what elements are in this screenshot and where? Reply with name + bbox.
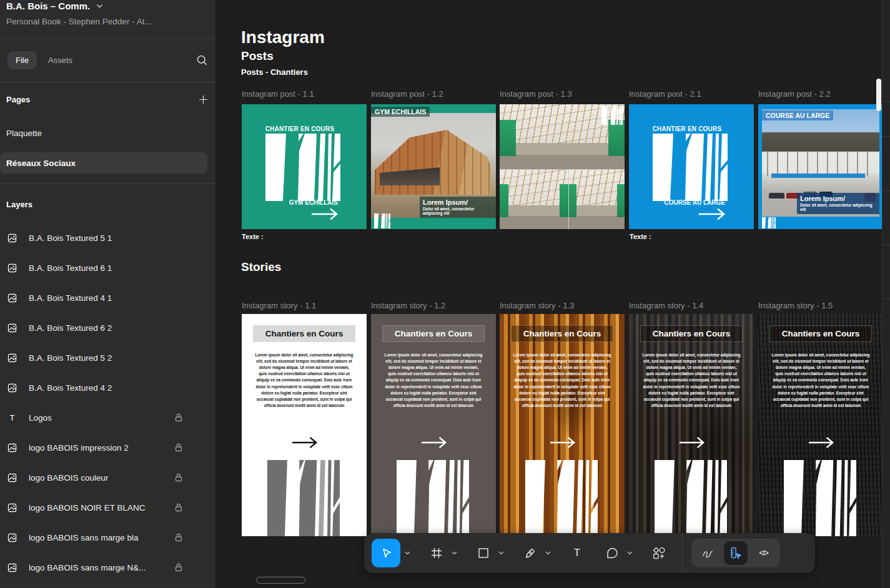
frame-name-story-1-3[interactable]: Instagram story - 1.3 [500, 301, 574, 310]
layer-row[interactable]: T Logos [0, 405, 215, 430]
document-title[interactable]: B.A. Bois – Comm. [6, 1, 90, 11]
actions-icon [651, 546, 666, 561]
story-body-text: Lorem ipsum dolor sit amet, consectetur … [384, 352, 483, 409]
search-icon[interactable] [196, 54, 208, 66]
document-subtitle: Personal Book - Stephen Pedder - At... [6, 17, 209, 26]
frame-instagram-post-2-1[interactable]: CHANTIER EN COURS COURSE AU LARGE [629, 104, 754, 229]
frame-instagram-story-1-3[interactable]: Chantiers en Cours Lorem ipsum dolor sit… [500, 314, 625, 536]
lock-icon[interactable] [175, 413, 182, 422]
chevron-down-icon[interactable] [96, 4, 103, 8]
layer-row[interactable]: logo BABOIS NOIR ET BLANC [0, 495, 215, 520]
left-sidebar: B.A. Bois – Comm. Personal Book - Stephe… [0, 0, 216, 588]
divider [0, 82, 215, 82]
image-layer-icon [7, 443, 17, 453]
frame-name-post-1-3[interactable]: Instagram post - 1.3 [500, 89, 572, 99]
texte-label[interactable]: Texte : [630, 233, 651, 240]
image-layer-icon [7, 473, 17, 483]
layer-row[interactable]: B.A. Bois Textured 6 2 [0, 315, 215, 340]
layer-row[interactable]: logo BABOIS impression 2 [0, 435, 215, 460]
lock-icon[interactable] [175, 443, 182, 452]
frame-name-post-2-2[interactable]: Instagram post - 2.2 [758, 89, 831, 99]
babois-logo [653, 134, 728, 201]
image-layer-icon [7, 533, 17, 542]
story-body-text: Lorem ipsum dolor sit amet, consectetur … [255, 352, 354, 409]
text-tool-button[interactable]: T [566, 542, 588, 564]
frame-tool-chevron[interactable] [449, 544, 459, 562]
shape-tool-chevron[interactable] [496, 544, 506, 562]
sidebar-page-plaquette[interactable]: Plaquette [0, 122, 207, 144]
comment-tool-button[interactable] [601, 542, 623, 564]
pen-tool-chevron[interactable] [543, 544, 553, 562]
lorem-caption-block: Lorem Ipsum/ Dolor sit amet, consectetur… [797, 193, 879, 214]
image-layer-icon [7, 323, 17, 333]
frame-instagram-post-1-3[interactable] [500, 104, 625, 229]
frame-name-story-1-2[interactable]: Instagram story - 1.2 [371, 301, 445, 310]
scribble-icon [701, 546, 714, 560]
draw-mode-button[interactable] [696, 541, 719, 565]
frame-instagram-story-1-5[interactable]: Chantiers en Cours Lorem ipsum dolor sit… [758, 314, 883, 536]
comment-tool-chevron[interactable] [625, 544, 635, 562]
ruler-cursor-icon [728, 546, 743, 561]
frame-name-story-1-1[interactable]: Instagram story - 1.1 [242, 301, 316, 310]
layer-row[interactable]: logo BABOIS sans marge bla [0, 525, 215, 550]
canvas-title-instagram[interactable]: Instagram [241, 27, 325, 47]
frame-icon [430, 546, 443, 560]
canvas-title-stories[interactable]: Stories [241, 260, 281, 274]
canvas-caption-posts-chantiers[interactable]: Posts - Chantiers [241, 67, 308, 77]
layer-row[interactable]: B.A. Bois Textured 5 1 [0, 225, 215, 250]
frame-instagram-post-1-1[interactable]: CHANTIER EN COURS GYM ECHILLAIS [242, 104, 367, 229]
lock-icon[interactable] [175, 503, 182, 512]
frame-name-story-1-5[interactable]: Instagram story - 1.5 [758, 301, 833, 310]
lock-icon[interactable] [175, 563, 182, 572]
text-tool-icon: T [574, 547, 580, 559]
shape-tool-button[interactable] [473, 542, 494, 564]
frame-instagram-post-1-2[interactable]: GYM ECHILLAIS Lorem Ipsum/ Dolor sit ame… [371, 104, 496, 229]
layer-row[interactable]: B.A. Bois Textured 5 2 [0, 345, 215, 370]
move-tool-chevron[interactable] [402, 544, 412, 562]
gym-echillais-tag: GYM ECHILLAIS [371, 107, 430, 117]
arrow-right-icon [808, 436, 834, 449]
layer-row[interactable]: B.A. Bois Textured 4 1 [0, 285, 215, 310]
add-page-icon[interactable] [199, 95, 208, 104]
pen-tool-button[interactable] [520, 542, 541, 564]
lock-icon[interactable] [175, 533, 182, 542]
vertical-scrollbar-thumb[interactable] [876, 79, 881, 111]
layer-row[interactable]: B.A. Bois Textured 6 1 [0, 255, 215, 280]
layers-header: Layers [6, 200, 32, 209]
texte-label[interactable]: Texte : [242, 233, 264, 240]
horizontal-scrollbar-thumb[interactable] [256, 577, 305, 584]
frame-instagram-story-1-4[interactable]: Chantiers en Cours Lorem ipsum dolor sit… [629, 314, 754, 536]
babois-logo [267, 460, 340, 536]
babois-logo [265, 134, 340, 201]
story-title: Chantiers en Cours [769, 325, 872, 342]
dev-mode-button[interactable]: </> [752, 541, 776, 565]
frame-instagram-post-2-2[interactable]: COURSE AU LARGE Lorem Ipsum/ Dolor sit a… [758, 104, 883, 229]
frame-instagram-story-1-1[interactable]: Chantiers en Cours Lorem ipsum dolor sit… [242, 314, 367, 536]
divider [0, 183, 215, 184]
course-au-large-tag: COURSE AU LARGE [762, 110, 833, 120]
tab-assets[interactable]: Assets [48, 56, 72, 65]
layer-row[interactable]: B.A. Bois Textured 4 2 [0, 375, 215, 400]
arrow-right-icon [421, 436, 447, 449]
frame-name-story-1-4[interactable]: Instagram story - 1.4 [629, 301, 703, 310]
right-panel-edge [882, 0, 890, 588]
design-mode-button[interactable] [724, 541, 748, 565]
frame-name-post-1-1[interactable]: Instagram post - 1.1 [242, 89, 314, 99]
canvas-title-posts[interactable]: Posts [241, 49, 274, 63]
comment-bubble-icon [605, 546, 619, 560]
actions-button[interactable] [648, 542, 670, 564]
story-title: Chantiers en Cours [640, 325, 743, 342]
frame-tool-button[interactable] [426, 542, 447, 564]
code-icon: </> [759, 549, 768, 557]
move-tool-button[interactable] [372, 539, 400, 567]
image-layer-icon [7, 263, 17, 273]
sidebar-page-reseaux-sociaux[interactable]: Réseaux Sociaux [0, 152, 207, 174]
frame-name-post-1-2[interactable]: Instagram post - 1.2 [371, 89, 443, 99]
frame-name-post-2-1[interactable]: Instagram post - 2.1 [629, 89, 701, 99]
course-au-large-caption: COURSE AU LARGE [665, 199, 725, 206]
lock-icon[interactable] [175, 473, 182, 482]
frame-instagram-story-1-2[interactable]: Chantiers en Cours Lorem ipsum dolor sit… [371, 314, 496, 536]
tab-file[interactable]: File [7, 51, 37, 69]
layer-row[interactable]: logo BABOIS couleur [0, 465, 215, 490]
layer-row[interactable]: logo BABOIS sans marge N&... [0, 555, 215, 580]
